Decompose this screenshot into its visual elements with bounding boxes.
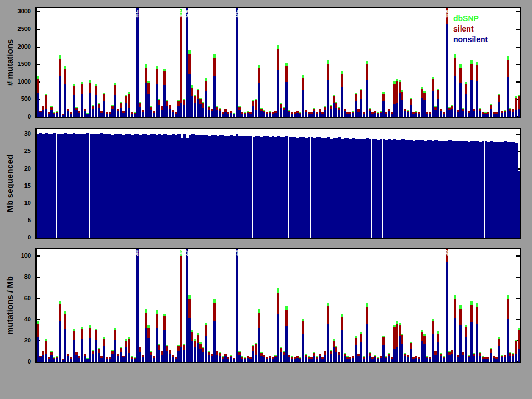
bar-segment [73,95,75,117]
bar-sample-9 [62,359,64,362]
bar-segment [258,313,260,328]
bar-segment [443,358,445,362]
bar-segment [145,83,147,117]
bar-segment [421,89,423,98]
bar-segment [252,101,254,106]
bar-segment [313,356,315,362]
bar-segment [344,111,346,117]
bar-segment [249,136,252,238]
bar-segment [355,338,357,345]
bar-value-label: 217 [186,250,188,256]
bar-segment [310,114,313,117]
bar-segment [302,334,304,362]
bar-segment [183,100,185,105]
bar-sample-13 [73,329,75,362]
bar-segment [418,114,420,117]
bar-segment [335,347,337,352]
bar-segment [42,355,44,362]
bar-sample-81 [260,108,263,117]
bar-segment [59,76,61,117]
bar-segment [194,347,196,362]
bar-segment [213,54,216,58]
bar-sample-169 [504,110,506,117]
bar-sample-120 [369,139,371,238]
bar-segment [131,114,133,117]
bar-segment [45,95,47,109]
bar-sample-94 [296,356,299,362]
bar-segment [219,356,221,362]
bar-segment [493,358,495,362]
bar-sample-160 [479,352,481,362]
bar-segment [476,324,478,362]
bar-sample-7 [57,134,59,238]
bar-sample-131 [399,80,401,117]
bar-sample-84 [269,356,271,362]
bar-sample-51 [177,345,180,362]
bar-sample-83 [266,357,268,362]
bar-sample-101 [316,356,318,362]
sample-id-label: TCGA-00-0000-000-000-0000-00 [124,365,127,399]
bar-segment [393,84,396,104]
bar-segment [465,337,467,362]
bar-sample-44 [158,99,160,117]
bar-sample-72 [236,8,238,117]
bar-sample-120 [369,352,371,362]
bar-segment [62,360,64,362]
bar-sample-18 [86,133,89,238]
tick-mark [516,319,520,320]
bar-segment [180,16,182,103]
sample-id-label: TCGA-00-0000-000-000-0000-00 [395,365,398,399]
bar-segment [200,104,202,117]
bar-segment [156,314,158,328]
bar-sample-164 [490,348,492,362]
bar-segment [98,349,100,353]
sample-id-label: TCGA-00-0000-000-000-0000-00 [354,365,356,399]
bar-sample-141 [426,112,428,117]
bar-segment [393,349,396,362]
sample-id-label: TCGA-00-0000-000-000-0000-00 [110,365,113,399]
bar-sample-139 [421,330,423,362]
bar-segment [258,68,260,83]
bar-segment [194,341,196,347]
bar-sample-11 [67,354,69,362]
bar-segment [473,356,475,362]
bar-segment [213,321,216,362]
bar-segment [208,355,210,362]
bar-sample-38 [142,355,144,362]
bar-segment [145,328,147,362]
bar-segment [230,357,232,362]
bar-sample-97 [305,110,307,117]
bar-segment [360,334,362,342]
bar-value-label: 282 [136,250,139,256]
bar-sample-103 [321,357,324,362]
bar-segment [67,111,69,117]
bar-sample-37 [139,102,141,117]
bar-segment [374,113,376,117]
bar-segment [401,100,403,117]
bar-segment [59,59,61,77]
bar-segment [59,304,61,322]
bar-sample-121 [371,357,374,362]
bar-segment [147,328,150,338]
bar-sample-160 [479,108,481,117]
bar-segment [341,330,343,362]
bar-sample-67 [222,356,224,362]
bar-segment [125,341,127,347]
bar-sample-124 [380,111,382,117]
bar-sample-124 [380,356,382,362]
bar-segment [50,110,53,117]
bar-segment [401,335,403,344]
bar-segment [136,249,139,362]
bar-segment [103,101,105,117]
bar-segment [335,108,337,117]
bar-sample-81 [260,352,263,362]
bar-segment [244,359,246,362]
bar-segment [321,359,324,362]
bar-sample-163 [487,357,489,362]
tick-label: 30 [8,130,31,137]
bar-segment [163,316,166,330]
sample-id-label: TCGA-00-0000-000-000-0000-00 [373,365,376,399]
bar-segment [277,314,279,362]
bar-sample-87 [277,288,279,362]
bar-sample-31 [122,111,125,117]
